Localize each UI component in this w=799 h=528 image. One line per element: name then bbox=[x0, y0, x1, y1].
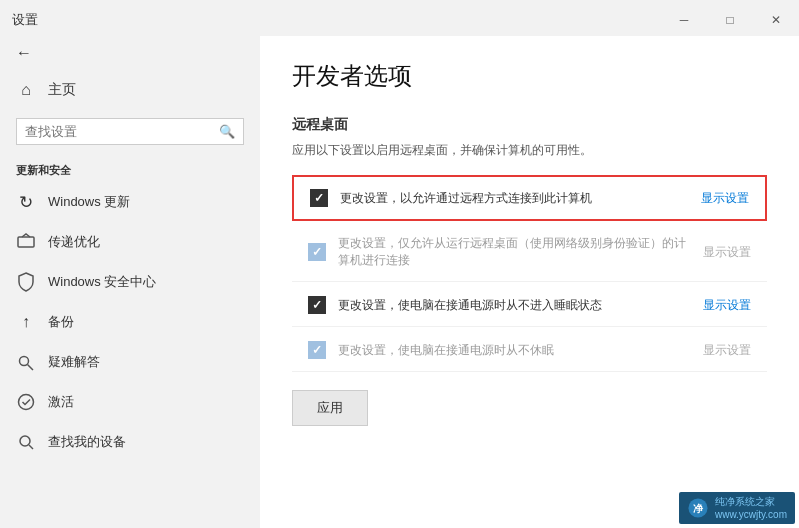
sidebar: ← ⌂ 主页 🔍 更新和安全 ↻ Windows 更新 传递优化 bbox=[0, 36, 260, 528]
back-icon: ← bbox=[16, 44, 32, 62]
setting-allow-remote: ✓ 更改设置，以允许通过远程方式连接到此计算机 显示设置 bbox=[292, 175, 767, 221]
minimize-button[interactable]: ─ bbox=[661, 2, 707, 38]
svg-line-5 bbox=[29, 445, 33, 449]
setting-left: ✓ 更改设置，使电脑在接通电源时从不进入睡眠状态 bbox=[308, 296, 691, 314]
setting-text-keep-awake-plugged: 更改设置，使电脑在接通电源时从不进入睡眠状态 bbox=[338, 297, 691, 314]
sidebar-item-home[interactable]: ⌂ 主页 bbox=[0, 70, 260, 110]
key-icon bbox=[16, 352, 36, 372]
sidebar-item-activation[interactable]: 激活 bbox=[0, 382, 260, 422]
setting-left: ✓ 更改设置，以允许通过远程方式连接到此计算机 bbox=[310, 189, 689, 207]
apply-button[interactable]: 应用 bbox=[292, 390, 368, 426]
svg-text:净: 净 bbox=[693, 503, 704, 514]
find-device-icon bbox=[16, 432, 36, 452]
maximize-button[interactable]: □ bbox=[707, 2, 753, 38]
watermark-logo-icon: 净 bbox=[687, 497, 709, 519]
svg-point-1 bbox=[20, 357, 29, 366]
close-button[interactable]: ✕ bbox=[753, 2, 799, 38]
sidebar-item-windows-update[interactable]: ↻ Windows 更新 bbox=[0, 182, 260, 222]
setting-text-nla-only: 更改设置，仅允许从运行远程桌面（使用网络级别身份验证）的计算机进行连接 bbox=[338, 235, 691, 269]
watermark-text: 纯净系统之家 www.ycwjty.com bbox=[715, 495, 787, 521]
display-settings-link-2: 显示设置 bbox=[703, 244, 751, 261]
sidebar-item-troubleshoot[interactable]: 疑难解答 bbox=[0, 342, 260, 382]
page-title: 开发者选项 bbox=[292, 60, 767, 92]
shield-icon bbox=[16, 272, 36, 292]
main-container: ← ⌂ 主页 🔍 更新和安全 ↻ Windows 更新 传递优化 bbox=[0, 36, 799, 528]
checkbox-allow-remote[interactable]: ✓ bbox=[310, 189, 328, 207]
sidebar-item-label: Windows 更新 bbox=[48, 193, 130, 211]
setting-text-allow-remote: 更改设置，以允许通过远程方式连接到此计算机 bbox=[340, 190, 689, 207]
title-bar-left: 设置 bbox=[12, 11, 38, 29]
sidebar-section-title: 更新和安全 bbox=[0, 153, 260, 182]
sidebar-item-label: Windows 安全中心 bbox=[48, 273, 156, 291]
setting-keep-awake-battery: ✓ 更改设置，使电脑在接通电源时从不休眠 显示设置 bbox=[292, 329, 767, 372]
svg-rect-0 bbox=[18, 237, 34, 247]
sidebar-item-backup[interactable]: ↑ 备份 bbox=[0, 302, 260, 342]
setting-left: ✓ 更改设置，仅允许从运行远程桌面（使用网络级别身份验证）的计算机进行连接 bbox=[308, 235, 691, 269]
home-icon: ⌂ bbox=[16, 80, 36, 100]
update-icon: ↻ bbox=[16, 192, 36, 212]
svg-point-3 bbox=[19, 395, 34, 410]
sidebar-item-delivery-optimization[interactable]: 传递优化 bbox=[0, 222, 260, 262]
sidebar-item-label: 激活 bbox=[48, 393, 74, 411]
watermark-line2: www.ycwjty.com bbox=[715, 508, 787, 521]
checkbox-nla-only[interactable]: ✓ bbox=[308, 243, 326, 261]
checkmark-icon: ✓ bbox=[312, 245, 322, 259]
sidebar-item-label: 传递优化 bbox=[48, 233, 100, 251]
sidebar-item-windows-security[interactable]: Windows 安全中心 bbox=[0, 262, 260, 302]
title-bar: 设置 ─ □ ✕ bbox=[0, 0, 799, 36]
title-bar-title: 设置 bbox=[12, 11, 38, 29]
checkbox-keep-awake-battery[interactable]: ✓ bbox=[308, 341, 326, 359]
checkmark-icon: ✓ bbox=[312, 343, 322, 357]
checkbox-keep-awake-plugged[interactable]: ✓ bbox=[308, 296, 326, 314]
content-area: 开发者选项 远程桌面 应用以下设置以启用远程桌面，并确保计算机的可用性。 ✓ 更… bbox=[260, 36, 799, 528]
delivery-icon bbox=[16, 232, 36, 252]
setting-text-keep-awake-battery: 更改设置，使电脑在接通电源时从不休眠 bbox=[338, 342, 691, 359]
watermark-line1: 纯净系统之家 bbox=[715, 495, 787, 508]
sidebar-home-label: 主页 bbox=[48, 81, 76, 99]
watermark: 净 纯净系统之家 www.ycwjty.com bbox=[679, 492, 795, 524]
sidebar-item-label: 备份 bbox=[48, 313, 74, 331]
svg-line-2 bbox=[28, 365, 34, 371]
display-settings-link-1[interactable]: 显示设置 bbox=[701, 190, 749, 207]
sidebar-item-label: 疑难解答 bbox=[48, 353, 100, 371]
sidebar-item-find-device[interactable]: 查找我的设备 bbox=[0, 422, 260, 462]
title-bar-controls: ─ □ ✕ bbox=[661, 2, 799, 38]
setting-keep-awake-plugged: ✓ 更改设置，使电脑在接通电源时从不进入睡眠状态 显示设置 bbox=[292, 284, 767, 327]
svg-point-4 bbox=[20, 436, 30, 446]
checkmark-icon: ✓ bbox=[314, 191, 324, 205]
setting-left: ✓ 更改设置，使电脑在接通电源时从不休眠 bbox=[308, 341, 691, 359]
back-button[interactable]: ← bbox=[0, 36, 260, 70]
display-settings-link-4: 显示设置 bbox=[703, 342, 751, 359]
backup-icon: ↑ bbox=[16, 312, 36, 332]
display-settings-link-3[interactable]: 显示设置 bbox=[703, 297, 751, 314]
setting-nla-only: ✓ 更改设置，仅允许从运行远程桌面（使用网络级别身份验证）的计算机进行连接 显示… bbox=[292, 223, 767, 282]
sidebar-item-label: 查找我的设备 bbox=[48, 433, 126, 451]
search-icon-button[interactable]: 🔍 bbox=[219, 124, 235, 139]
activation-icon bbox=[16, 392, 36, 412]
search-input[interactable] bbox=[25, 124, 213, 139]
checkmark-icon: ✓ bbox=[312, 298, 322, 312]
section-remote-desktop-title: 远程桌面 bbox=[292, 116, 767, 134]
search-box: 🔍 bbox=[16, 118, 244, 145]
section-remote-desktop-description: 应用以下设置以启用远程桌面，并确保计算机的可用性。 bbox=[292, 142, 767, 159]
